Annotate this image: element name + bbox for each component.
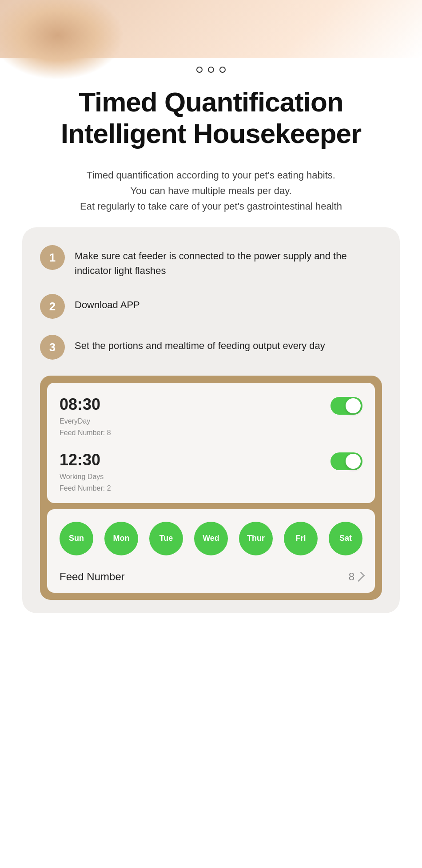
step-1-number: 1: [40, 245, 65, 270]
meal-2-details: Working Days Feed Number: 2: [60, 471, 111, 494]
days-row: Sun Mon Tue Wed Thur Fri Sat: [60, 522, 362, 555]
page-title: Timed Quantification Intelligent Houseke…: [18, 86, 404, 150]
meal-1-time: 08:30 EveryDay Feed Number: 8: [60, 395, 111, 438]
feed-number-value-group: 8: [349, 571, 362, 583]
day-tue[interactable]: Tue: [149, 522, 183, 555]
main-card: 1 Make sure cat feeder is connected to t…: [22, 227, 400, 613]
dot-2: [208, 67, 214, 73]
meal-1-details: EveryDay Feed Number: 8: [60, 416, 111, 438]
step-3: 3 Set the portions and mealtime of feedi…: [40, 335, 382, 360]
top-image-decoration: [0, 0, 422, 58]
day-fri[interactable]: Fri: [284, 522, 318, 555]
meal-2-time-block: 12:30 Working Days Feed Number: 2: [60, 451, 111, 494]
meals-card: 08:30 EveryDay Feed Number: 8 12:30: [47, 383, 375, 503]
step-2: 2 Download APP: [40, 294, 382, 319]
day-thur[interactable]: Thur: [239, 522, 273, 555]
hero-title-section: Timed Quantification Intelligent Houseke…: [0, 77, 422, 163]
step-1: 1 Make sure cat feeder is connected to t…: [40, 245, 382, 278]
meal-1-toggle-thumb: [346, 398, 361, 413]
step-2-number: 2: [40, 294, 65, 319]
meal-2-toggle[interactable]: [330, 452, 362, 470]
meal-2-row: 12:30 Working Days Feed Number: 2: [60, 451, 362, 494]
dot-1: [196, 67, 203, 73]
step-3-text: Set the portions and mealtime of feeding…: [75, 335, 325, 353]
feed-number-label: Feed Number: [60, 571, 125, 583]
meal-1-entry: 08:30 EveryDay Feed Number: 8: [60, 395, 362, 438]
chevron-right-icon: [355, 571, 365, 582]
step-1-text: Make sure cat feeder is connected to the…: [75, 245, 382, 278]
day-sat[interactable]: Sat: [329, 522, 362, 555]
meal-1-toggle[interactable]: [330, 397, 362, 415]
meal-2-entry: 12:30 Working Days Feed Number: 2: [60, 451, 362, 494]
step-3-number: 3: [40, 335, 65, 360]
day-mon[interactable]: Mon: [104, 522, 138, 555]
day-sun[interactable]: Sun: [60, 522, 93, 555]
hero-subtitle: Timed quantification according to your p…: [0, 163, 422, 228]
dot-3: [219, 67, 226, 73]
days-card: Sun Mon Tue Wed Thur Fri Sat Feed Number…: [47, 509, 375, 593]
feed-number-row[interactable]: Feed Number 8: [60, 566, 362, 583]
day-wed[interactable]: Wed: [194, 522, 228, 555]
step-2-text: Download APP: [75, 294, 140, 312]
meal-1-row: 08:30 EveryDay Feed Number: 8: [60, 395, 362, 438]
meal-2-toggle-thumb: [346, 454, 361, 469]
schedule-wrapper: 08:30 EveryDay Feed Number: 8 12:30: [40, 376, 382, 599]
